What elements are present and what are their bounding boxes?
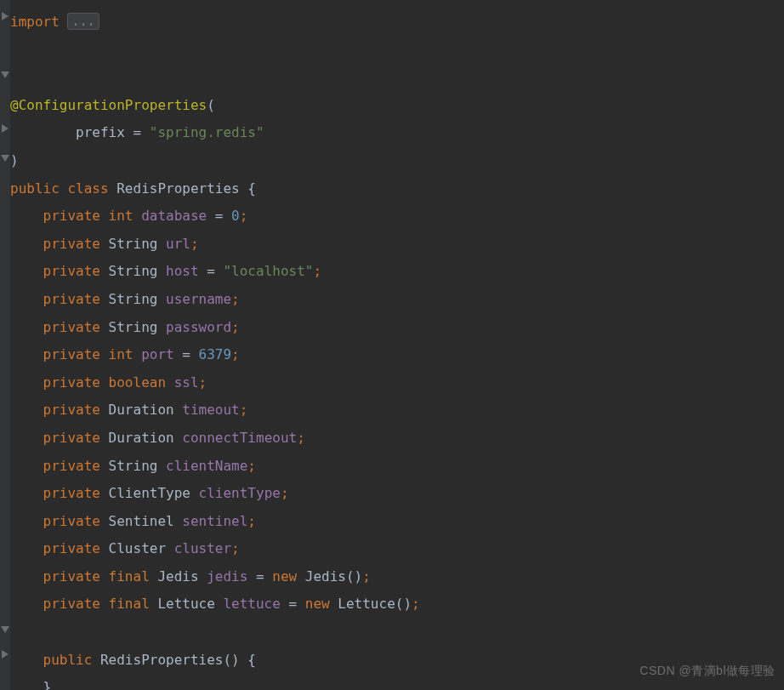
- string-literal: "spring.redis": [150, 124, 264, 140]
- fold-marker-icon[interactable]: [1, 71, 9, 78]
- fold-marker-icon[interactable]: [1, 155, 9, 162]
- gutter: [0, 0, 10, 690]
- code-line: private Duration timeout;: [10, 402, 247, 418]
- fold-marker-icon[interactable]: [2, 12, 9, 20]
- code-line: private String url;: [10, 236, 199, 252]
- code-area[interactable]: import ... @ConfigurationProperties( pre…: [10, 9, 784, 690]
- code-line: import ...: [10, 14, 99, 30]
- code-line: private String clientName;: [10, 458, 256, 474]
- fold-marker-icon[interactable]: [2, 650, 9, 659]
- code-line: private Duration connectTimeout;: [10, 430, 305, 446]
- code-line: public RedisProperties() {: [10, 652, 256, 668]
- code-line: private final Lettuce lettuce = new Lett…: [10, 596, 420, 612]
- code-line: prefix = "spring.redis": [10, 124, 264, 140]
- code-line: private int port = 6379;: [10, 346, 240, 362]
- code-line: private boolean ssl;: [10, 374, 207, 391]
- class-name: RedisProperties: [116, 180, 247, 197]
- code-line: private final Jedis jedis = new Jedis();: [10, 568, 371, 585]
- fold-marker-icon[interactable]: [2, 124, 9, 133]
- code-line: @ConfigurationProperties(: [10, 97, 215, 113]
- code-line: private String password;: [10, 319, 240, 335]
- code-line: }: [10, 679, 51, 690]
- constructor-name: RedisProperties: [100, 652, 224, 668]
- code-line: private ClientType clientType;: [10, 485, 289, 501]
- code-line: ): [10, 152, 19, 168]
- code-line: private Sentinel sentinel;: [10, 513, 256, 529]
- code-line: public class RedisProperties {: [10, 180, 256, 197]
- fold-marker-icon[interactable]: [1, 626, 9, 633]
- code-line: private Cluster cluster;: [10, 540, 240, 556]
- folded-region[interactable]: ...: [67, 13, 99, 30]
- annotation: @ConfigurationProperties: [10, 97, 207, 113]
- code-line: private int database = 0;: [10, 208, 247, 224]
- code-editor[interactable]: import ... @ConfigurationProperties( pre…: [0, 0, 784, 690]
- keyword-import: import: [10, 14, 60, 30]
- code-line: private String host = "localhost";: [10, 263, 321, 279]
- code-line: private String username;: [10, 291, 240, 307]
